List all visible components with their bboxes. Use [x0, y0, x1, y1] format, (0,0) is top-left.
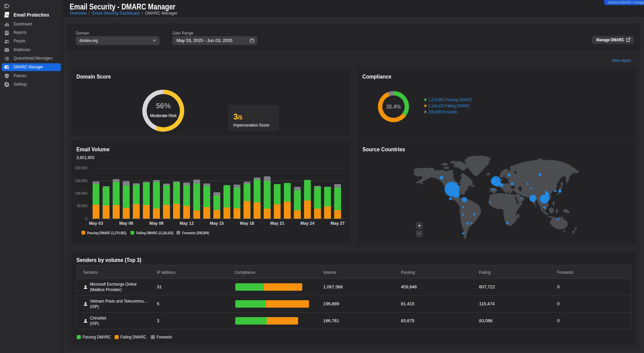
svg-text:May 06: May 06 [119, 221, 133, 226]
svg-text:0: 0 [85, 217, 87, 221]
svg-text:100,000: 100,000 [75, 192, 88, 195]
svg-text:Em: Em [5, 14, 9, 16]
svg-text:200,000: 200,000 [75, 166, 88, 170]
svg-text:May 18: May 18 [240, 221, 254, 226]
svg-text:May 21: May 21 [270, 221, 284, 226]
svg-text:May 27: May 27 [331, 221, 345, 226]
svg-text:May 09: May 09 [149, 221, 164, 226]
svg-text:May 03: May 03 [89, 221, 103, 226]
svg-text:150,000: 150,000 [75, 179, 88, 183]
svg-text:May 24: May 24 [301, 221, 315, 226]
svg-text:50,000: 50,000 [77, 204, 87, 208]
svg-text:May 15: May 15 [210, 221, 224, 226]
svg-text:May 12: May 12 [180, 221, 194, 226]
